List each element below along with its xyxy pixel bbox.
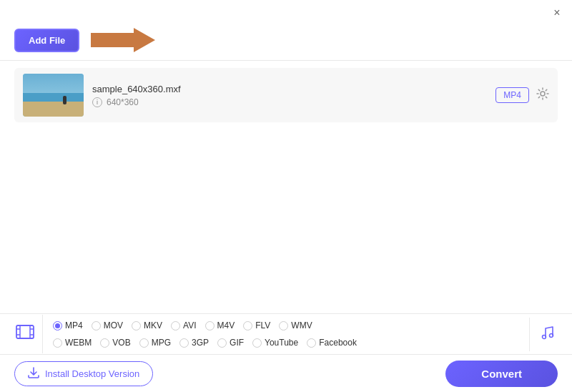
- radio-flv: [243, 321, 252, 330]
- format-option-3gp[interactable]: 3GP: [175, 335, 213, 350]
- format-options-container: MP4 MOV MKV AVI M4V FLV: [43, 314, 529, 354]
- format-option-mp4[interactable]: MP4: [49, 318, 87, 333]
- format-option-webm[interactable]: WEBM: [49, 335, 96, 350]
- video-format-icon-area: [7, 315, 43, 353]
- format-option-youtube[interactable]: YouTube: [248, 335, 302, 350]
- thumb-sea: [23, 93, 84, 102]
- format-option-flv[interactable]: FLV: [239, 318, 275, 333]
- file-dimensions: 640*360: [107, 97, 139, 107]
- file-name: sample_640x360.mxf: [92, 84, 487, 94]
- format-option-mpg[interactable]: MPG: [135, 335, 175, 350]
- format-option-mov[interactable]: MOV: [87, 318, 127, 333]
- toolbar: Add File: [0, 23, 572, 61]
- svg-point-1: [541, 92, 545, 96]
- file-info: sample_640x360.mxf i 640*360: [92, 84, 487, 107]
- format-option-gif[interactable]: GIF: [213, 335, 248, 350]
- svg-point-9: [542, 335, 546, 338]
- film-icon: [15, 322, 35, 346]
- footer: Install Desktop Version Convert: [0, 355, 572, 392]
- install-label: Install Desktop Version: [45, 368, 139, 379]
- radio-facebook: [307, 338, 316, 348]
- convert-button[interactable]: Convert: [445, 361, 558, 387]
- format-badge[interactable]: MP4: [495, 87, 529, 103]
- thumbnail: [23, 74, 84, 117]
- file-list: sample_640x360.mxf i 640*360 MP4: [0, 61, 572, 129]
- radio-vob: [100, 338, 109, 348]
- arrow-indicator: [91, 27, 155, 53]
- radio-mp4: [53, 321, 62, 330]
- radio-webm: [53, 338, 62, 348]
- install-desktop-button[interactable]: Install Desktop Version: [14, 361, 153, 386]
- format-option-wmv[interactable]: WMV: [275, 318, 316, 333]
- format-option-mkv[interactable]: MKV: [127, 318, 167, 333]
- radio-m4v: [205, 321, 214, 330]
- format-bar: MP4 MOV MKV AVI M4V FLV: [0, 313, 572, 355]
- radio-youtube: [252, 338, 262, 348]
- music-icon-area[interactable]: [529, 318, 565, 351]
- format-option-m4v[interactable]: M4V: [201, 318, 240, 333]
- format-row-1: MP4 MOV MKV AVI M4V FLV: [49, 318, 523, 333]
- settings-icon[interactable]: [536, 87, 549, 103]
- file-actions: MP4: [495, 87, 549, 103]
- format-row-2: WEBM VOB MPG 3GP GIF YouTube: [49, 335, 523, 350]
- radio-avi: [171, 321, 180, 330]
- radio-mkv: [132, 321, 141, 330]
- file-meta: i 640*360: [92, 97, 487, 107]
- radio-gif: [217, 338, 227, 348]
- thumb-sand: [23, 102, 84, 117]
- download-icon: [28, 367, 39, 381]
- svg-marker-0: [91, 28, 155, 52]
- info-icon: i: [92, 97, 102, 107]
- radio-mpg: [139, 338, 149, 348]
- add-file-button[interactable]: Add File: [14, 29, 79, 52]
- radio-mov: [92, 321, 101, 330]
- svg-point-10: [549, 333, 553, 337]
- format-option-avi[interactable]: AVI: [167, 318, 200, 333]
- close-button[interactable]: ×: [551, 6, 563, 19]
- file-item: sample_640x360.mxf i 640*360 MP4: [14, 68, 558, 122]
- svg-rect-2: [16, 325, 34, 338]
- thumb-figure: [63, 96, 66, 104]
- format-option-facebook[interactable]: Facebook: [302, 335, 361, 350]
- format-option-vob[interactable]: VOB: [96, 335, 134, 350]
- radio-wmv: [279, 321, 288, 330]
- radio-3gp: [179, 338, 189, 348]
- music-icon: [540, 325, 556, 344]
- title-bar: ×: [0, 0, 572, 23]
